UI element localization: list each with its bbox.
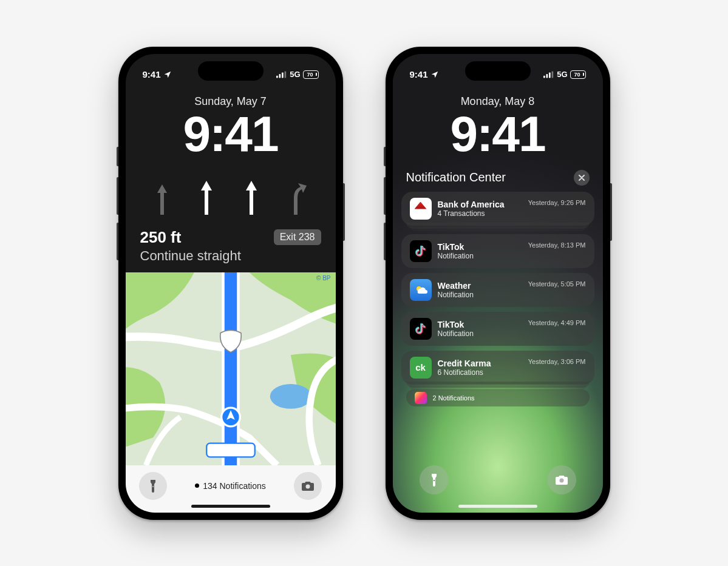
camera-button[interactable]: [294, 472, 322, 500]
notification-time: Yesterday, 3:06 PM: [528, 358, 586, 365]
notification-list[interactable]: ▬▬Bank of America4 TransactionsYesterday…: [393, 192, 603, 388]
lock-date: Monday, May 8: [393, 95, 603, 108]
svg-rect-14: [552, 71, 554, 78]
svg-point-17: [559, 478, 563, 482]
screen-notification-center[interactable]: 9:41 5G 70 Monday, May 8 9:41 Notificati…: [393, 54, 603, 513]
notification-center-title: Notification Center: [406, 170, 506, 184]
notification-subtitle: Notification: [438, 252, 522, 260]
notification-app-name: TikTok: [438, 320, 522, 329]
svg-rect-8: [206, 443, 255, 457]
notification-count[interactable]: 134 Notifications: [195, 481, 266, 491]
lane-arrow-straight-dim: [154, 181, 171, 217]
network-label: 5G: [557, 70, 567, 79]
svg-rect-12: [546, 74, 548, 78]
status-time: 9:41: [410, 69, 428, 79]
lane-arrow-right-dim: [287, 181, 308, 217]
notification-subtitle: Notification: [438, 329, 522, 338]
lock-bottom-bar: 134 Notifications: [126, 465, 336, 513]
flashlight-icon: [429, 473, 440, 487]
svg-rect-2: [282, 72, 284, 78]
svg-rect-1: [279, 74, 281, 78]
notification-app-name: TikTok: [438, 242, 522, 252]
instagram-icon: [415, 392, 427, 404]
notification-card[interactable]: TikTokNotificationYesterday, 8:13 PM: [401, 234, 594, 268]
battery-icon: 70: [570, 70, 586, 79]
svg-point-5: [270, 383, 311, 408]
signal-icon: [276, 71, 287, 78]
notification-subtitle: 6 Notifications: [438, 368, 522, 377]
flashlight-button[interactable]: [420, 465, 449, 494]
flashlight-button[interactable]: [139, 472, 167, 500]
phone-right: 9:41 5G 70 Monday, May 8 9:41 Notificati…: [386, 47, 610, 520]
notification-app-name: Bank of America: [438, 200, 522, 209]
notification-time: Yesterday, 5:05 PM: [528, 280, 586, 288]
camera-icon: [301, 480, 315, 491]
svg-rect-13: [549, 72, 551, 78]
svg-rect-11: [543, 75, 545, 78]
dynamic-island: [465, 61, 531, 81]
svg-point-16: [433, 479, 435, 481]
phone-left: 9:41 5G 70 Sunday, May 7 9:41: [118, 47, 343, 520]
lane-arrow-straight: [197, 178, 216, 217]
flashlight-icon: [148, 479, 158, 493]
lane-arrow-straight: [242, 178, 260, 217]
notification-subtitle: 4 Transactions: [438, 209, 522, 218]
home-indicator[interactable]: [191, 505, 270, 508]
lane-arrows: [140, 175, 321, 217]
status-time: 9:41: [143, 69, 161, 79]
notification-time: Yesterday, 4:49 PM: [528, 319, 586, 326]
app-icon: ck: [410, 357, 432, 379]
notification-app-name: Credit Karma: [438, 359, 522, 368]
dynamic-island: [198, 61, 264, 81]
camera-icon: [555, 474, 568, 485]
exit-badge: Exit 238: [274, 229, 321, 245]
lock-date: Sunday, May 7: [126, 95, 336, 108]
notification-card[interactable]: ckCredit Karma6 NotificationsYesterday, …: [401, 351, 594, 385]
map-attribution: © BP: [316, 275, 331, 281]
notification-subtitle: Notification: [438, 291, 522, 299]
app-icon: ▬▬: [410, 198, 432, 220]
close-button[interactable]: [574, 170, 590, 186]
location-icon: [430, 70, 439, 79]
app-icon: [410, 318, 432, 340]
location-icon: [163, 70, 172, 79]
screen-lock-navigation[interactable]: 9:41 5G 70 Sunday, May 7 9:41: [126, 54, 336, 513]
notification-card[interactable]: WeatherNotificationYesterday, 5:05 PM: [401, 273, 594, 307]
camera-button[interactable]: [547, 465, 576, 494]
network-label: 5G: [290, 70, 300, 79]
svg-point-9: [152, 485, 154, 487]
navigation-panel: 250 ft Exit 238 Continue straight: [126, 175, 336, 272]
svg-point-10: [306, 484, 310, 488]
notification-card[interactable]: TikTokNotificationYesterday, 4:49 PM: [401, 312, 594, 346]
notification-time: Yesterday, 9:26 PM: [528, 199, 586, 206]
notification-time: Yesterday, 8:13 PM: [528, 241, 586, 249]
notification-card[interactable]: ▬▬Bank of America4 TransactionsYesterday…: [401, 192, 594, 226]
nav-instruction: Continue straight: [140, 248, 321, 264]
lock-time: 9:41: [126, 109, 336, 159]
signal-icon: [543, 71, 554, 78]
nav-distance: 250 ft: [140, 228, 182, 247]
app-icon: [410, 240, 432, 262]
lock-time: 9:41: [393, 109, 603, 159]
app-icon: [410, 279, 432, 301]
map-view[interactable]: © BP: [126, 272, 336, 465]
svg-rect-0: [276, 75, 278, 78]
notification-app-name: Weather: [438, 281, 522, 291]
svg-rect-3: [285, 71, 287, 78]
notification-card-partial[interactable]: 2 Notifications: [406, 389, 590, 406]
home-indicator[interactable]: [458, 505, 537, 508]
battery-icon: 70: [303, 70, 319, 79]
close-icon: [579, 175, 585, 181]
